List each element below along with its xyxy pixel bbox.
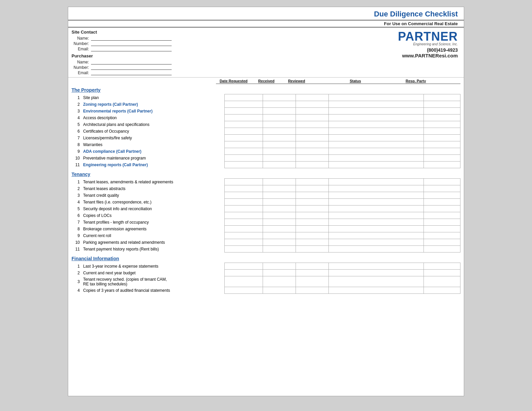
cell-received[interactable] [263,287,296,294]
cell-status[interactable] [328,185,424,192]
cell-received[interactable] [263,128,296,135]
cell-reviewed[interactable] [296,192,328,199]
cell-date-requested[interactable] [224,246,263,253]
cell-reviewed[interactable] [296,212,328,219]
cell-status[interactable] [328,246,424,253]
cell-status[interactable] [328,199,424,205]
cell-date-requested[interactable] [224,141,263,148]
site-contact-name-field[interactable] [91,36,172,41]
cell-status[interactable] [328,101,424,108]
cell-reviewed[interactable] [296,108,328,115]
cell-date-requested[interactable] [224,94,263,101]
cell-status[interactable] [328,270,424,276]
cell-date-requested[interactable] [224,192,263,199]
cell-date-requested[interactable] [224,148,263,155]
cell-resp-party[interactable] [424,263,460,270]
cell-reviewed[interactable] [296,287,328,294]
cell-reviewed[interactable] [296,239,328,246]
cell-received[interactable] [263,155,296,162]
cell-date-requested[interactable] [224,199,263,205]
cell-date-requested[interactable] [224,108,263,115]
cell-status[interactable] [328,179,424,185]
cell-resp-party[interactable] [424,128,460,135]
cell-reviewed[interactable] [296,270,328,276]
cell-resp-party[interactable] [424,239,460,246]
cell-reviewed[interactable] [296,179,328,185]
cell-received[interactable] [263,141,296,148]
cell-date-requested[interactable] [224,115,263,121]
cell-received[interactable] [263,263,296,270]
cell-received[interactable] [263,94,296,101]
purchaser-name-field[interactable] [91,60,172,64]
cell-resp-party[interactable] [424,162,460,168]
cell-reviewed[interactable] [296,219,328,226]
cell-date-requested[interactable] [224,155,263,162]
cell-date-requested[interactable] [224,162,263,168]
cell-received[interactable] [263,108,296,115]
cell-reviewed[interactable] [296,205,328,212]
cell-status[interactable] [328,192,424,199]
cell-reviewed[interactable] [296,101,328,108]
cell-reviewed[interactable] [296,128,328,135]
cell-received[interactable] [263,185,296,192]
cell-status[interactable] [328,148,424,155]
cell-date-requested[interactable] [224,287,263,294]
cell-date-requested[interactable] [224,239,263,246]
cell-date-requested[interactable] [224,270,263,276]
cell-received[interactable] [263,205,296,212]
cell-resp-party[interactable] [424,212,460,219]
cell-status[interactable] [328,162,424,168]
cell-status[interactable] [328,276,424,287]
cell-reviewed[interactable] [296,246,328,253]
cell-received[interactable] [263,276,296,287]
cell-reviewed[interactable] [296,141,328,148]
cell-status[interactable] [328,155,424,162]
cell-reviewed[interactable] [296,162,328,168]
cell-received[interactable] [263,115,296,121]
cell-reviewed[interactable] [296,226,328,232]
cell-received[interactable] [263,179,296,185]
cell-resp-party[interactable] [424,108,460,115]
cell-status[interactable] [328,115,424,121]
cell-resp-party[interactable] [424,148,460,155]
cell-status[interactable] [328,128,424,135]
cell-status[interactable] [328,205,424,212]
cell-received[interactable] [263,192,296,199]
cell-date-requested[interactable] [224,263,263,270]
cell-received[interactable] [263,135,296,141]
cell-status[interactable] [328,226,424,232]
cell-status[interactable] [328,219,424,226]
cell-reviewed[interactable] [296,232,328,239]
cell-resp-party[interactable] [424,219,460,226]
cell-resp-party[interactable] [424,94,460,101]
cell-status[interactable] [328,108,424,115]
cell-reviewed[interactable] [296,94,328,101]
cell-resp-party[interactable] [424,287,460,294]
cell-received[interactable] [263,232,296,239]
cell-status[interactable] [328,263,424,270]
cell-date-requested[interactable] [224,185,263,192]
cell-status[interactable] [328,239,424,246]
cell-status[interactable] [328,287,424,294]
cell-resp-party[interactable] [424,141,460,148]
cell-resp-party[interactable] [424,121,460,128]
cell-received[interactable] [263,270,296,276]
cell-resp-party[interactable] [424,246,460,253]
cell-reviewed[interactable] [296,115,328,121]
cell-resp-party[interactable] [424,270,460,276]
purchaser-number-field[interactable] [91,65,172,70]
cell-date-requested[interactable] [224,101,263,108]
cell-reviewed[interactable] [296,148,328,155]
cell-received[interactable] [263,162,296,168]
cell-resp-party[interactable] [424,185,460,192]
cell-received[interactable] [263,219,296,226]
purchaser-email-field[interactable] [91,71,172,75]
cell-resp-party[interactable] [424,205,460,212]
cell-resp-party[interactable] [424,192,460,199]
cell-status[interactable] [328,94,424,101]
cell-date-requested[interactable] [224,226,263,232]
cell-status[interactable] [328,232,424,239]
cell-resp-party[interactable] [424,179,460,185]
cell-status[interactable] [328,121,424,128]
cell-date-requested[interactable] [224,276,263,287]
